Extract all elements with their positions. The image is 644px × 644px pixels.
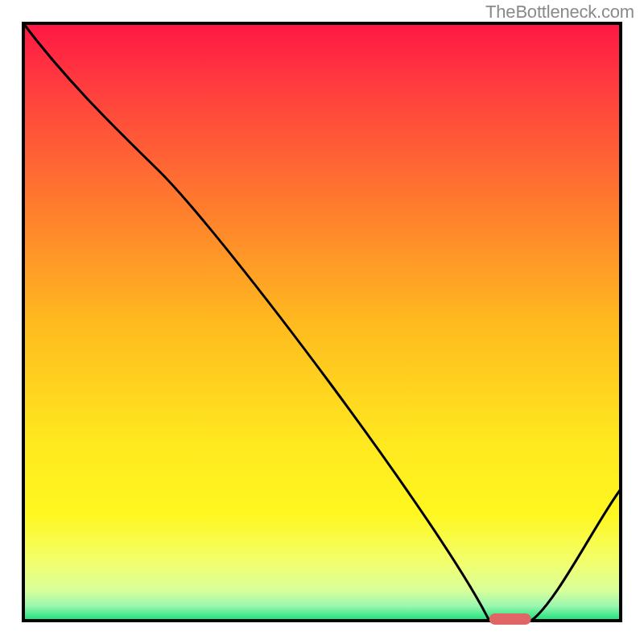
chart-container: TheBottleneck.com	[0, 0, 644, 644]
attribution-label: TheBottleneck.com	[485, 2, 634, 23]
bottleneck-chart	[0, 0, 644, 644]
optimal-segment-marker	[489, 613, 531, 625]
plot-background	[23, 23, 621, 621]
